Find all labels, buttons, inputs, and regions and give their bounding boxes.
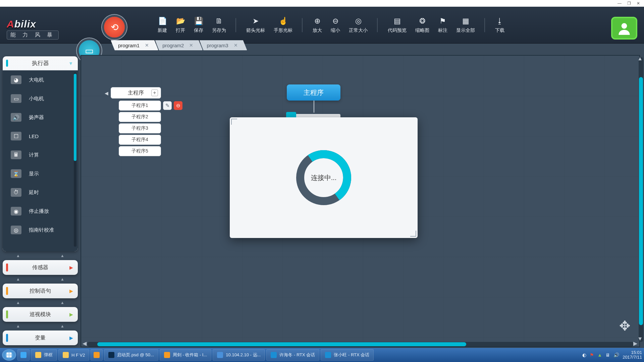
taskbar-item[interactable]: 启动页.psd @ 50...: [104, 349, 158, 361]
taskbar-clock[interactable]: 15:01 2017/7/11: [623, 350, 642, 360]
canvas-main-block[interactable]: 主程序: [287, 84, 340, 101]
tray-volume-icon[interactable]: 🔊: [613, 352, 619, 358]
tab-close-icon[interactable]: ✕: [189, 43, 193, 48]
pan-tool-icon[interactable]: ✥: [619, 318, 631, 334]
taskbar-item[interactable]: [17, 349, 30, 361]
taskbar-item-label: 启动页.psd @ 50...: [117, 352, 154, 358]
tray-icon[interactable]: ◐: [582, 352, 586, 358]
tree-collapse-icon[interactable]: ◀: [105, 90, 108, 96]
delete-sub-button[interactable]: ⊖: [174, 101, 182, 110]
code-preview-button[interactable]: ▤代码预览: [388, 17, 407, 34]
scroll-right-arrow[interactable]: ▶: [633, 340, 637, 347]
download-button[interactable]: ⭳下载: [495, 17, 504, 34]
block-label: 停止播放: [29, 208, 49, 215]
taskbar-item[interactable]: 10.104.2.10 - 远...: [213, 349, 265, 361]
tree-sub-item[interactable]: 子程序4: [119, 135, 161, 145]
category-sensor-header[interactable]: 传感器 ▶: [3, 260, 78, 275]
tray-icon[interactable]: ⚑: [590, 352, 594, 358]
new-button[interactable]: 📄新建: [158, 17, 167, 34]
show-all-button[interactable]: ▦显示全部: [456, 17, 475, 34]
taskbar-item[interactable]: 张小旺 - RTX 会话: [321, 349, 374, 361]
saveas-button[interactable]: 🗎另存为: [212, 17, 226, 34]
taskbar-item[interactable]: 周剑 - 收件箱 - I...: [160, 349, 212, 361]
taskbar-item[interactable]: H F V2: [58, 349, 89, 361]
top-toolbar: Abilix 能 力 风 暴 ⟲ ▭ 📄新建 📂打开 💾保存 🗎另存为 ➤箭头光…: [0, 7, 644, 44]
window-minimize-button[interactable]: —: [616, 1, 623, 6]
tree-sub-item[interactable]: 子程序5: [119, 146, 161, 156]
add-sub-button[interactable]: +: [151, 89, 158, 96]
tab-label: program2: [162, 43, 184, 48]
save-button[interactable]: 💾保存: [194, 17, 203, 34]
annotate-button[interactable]: ⚑标注: [438, 17, 447, 34]
zoom-out-button[interactable]: ⊖缩小: [331, 17, 340, 34]
tray-network-icon[interactable]: 🖥: [605, 352, 610, 358]
taskbar-item[interactable]: [91, 349, 103, 361]
block-item[interactable]: 🔊扬声器: [3, 108, 78, 127]
program-tree: ◀ 主程序 + 子程序1✎⊖子程序2子程序3子程序4子程序5: [111, 87, 182, 156]
arrow-cursor-icon: ➤: [251, 17, 260, 25]
block-item[interactable]: ⏱延时: [3, 183, 78, 202]
tab-close-icon[interactable]: ✕: [145, 43, 149, 48]
block-item[interactable]: 🖩计算: [3, 145, 78, 164]
sidebar-vscroll-thumb[interactable]: [74, 74, 76, 161]
window-maximize-button[interactable]: ❐: [625, 1, 633, 6]
category-variable-header[interactable]: 变量 ▶: [3, 330, 78, 345]
scroll-up-arrow[interactable]: ▲: [637, 56, 643, 62]
tree-sub-item[interactable]: 子程序3: [119, 123, 161, 133]
tray-icon[interactable]: ▲: [597, 352, 602, 358]
modal-text: 连接中...: [290, 144, 357, 211]
hand-cursor-button[interactable]: ☝手形光标: [274, 17, 292, 34]
tab-program3[interactable]: program3✕: [199, 40, 247, 50]
scroll-left-arrow[interactable]: ◀: [83, 340, 87, 347]
category-patrol-header[interactable]: 巡视模块 ▶: [3, 307, 78, 322]
taskbar-item-label: H F V2: [71, 353, 85, 358]
block-item[interactable]: ◎指南针校准: [3, 221, 78, 239]
user-avatar-button[interactable]: [611, 17, 637, 40]
tab-close-icon[interactable]: ✕: [234, 43, 238, 48]
tree-main-program[interactable]: 主程序 +: [111, 87, 161, 99]
tab-bar: program1✕program2✕program3✕: [114, 40, 247, 50]
category-control-header[interactable]: 控制语句 ▶: [3, 284, 78, 298]
tree-sub-row: 子程序1✎⊖: [119, 101, 182, 111]
block-item[interactable]: ▭小电机: [3, 89, 78, 108]
block-item[interactable]: ◕大电机: [3, 70, 78, 89]
block-icon: ⏱: [11, 188, 21, 197]
zoom-in-button[interactable]: ⊕放大: [313, 17, 322, 34]
canvas-hscrollbar[interactable]: [87, 342, 634, 347]
window-close-button[interactable]: ✕: [635, 1, 642, 6]
start-button[interactable]: [2, 349, 16, 361]
taskbar-item[interactable]: 弹框: [31, 349, 57, 361]
canvas-vscrollbar[interactable]: [639, 57, 643, 342]
category-actuator-header[interactable]: 执行器 ▼: [3, 56, 78, 70]
edit-sub-button[interactable]: ✎: [163, 101, 172, 110]
tree-sub-item[interactable]: 子程序2: [119, 112, 161, 122]
tab-program1[interactable]: program1✕: [111, 40, 158, 50]
thumbnail-button[interactable]: ❂缩略图: [415, 17, 429, 34]
chevron-right-icon: ▶: [69, 335, 73, 341]
arrow-cursor-button[interactable]: ➤箭头光标: [246, 17, 265, 34]
app-logo: Abilix 能 力 风 暴: [7, 18, 59, 40]
open-button[interactable]: 📂打开: [176, 17, 185, 34]
taskbar-app-icon: [217, 352, 223, 358]
block-item[interactable]: ◉停止播放: [3, 202, 78, 221]
loading-spinner: 连接中...: [290, 144, 357, 211]
hscroll-thumb[interactable]: [97, 342, 466, 346]
zoom-reset-button[interactable]: ◎正常大小: [349, 17, 368, 34]
vscroll-thumb[interactable]: [639, 77, 643, 325]
tree-sub-row: 子程序5: [119, 146, 182, 156]
scroll-down-arrow[interactable]: ▼: [637, 336, 643, 342]
block-label: 计算: [29, 152, 39, 158]
block-item[interactable]: ☐LED: [3, 127, 78, 145]
tree-sub-item[interactable]: 子程序1: [119, 101, 161, 111]
zoomin-label: 放大: [313, 27, 322, 34]
sidebar-vscrollbar[interactable]: [74, 72, 76, 247]
block-item[interactable]: ⌛显示: [3, 164, 78, 183]
category-variable-panel: 变量 ▶: [3, 330, 78, 345]
taskbar-item[interactable]: 许海冬 - RTX 会话: [266, 349, 319, 361]
tab-program2[interactable]: program2✕: [155, 40, 203, 50]
block-icon: 🔊: [11, 113, 21, 122]
tree-sub-row: 子程序2: [119, 112, 182, 122]
taskbar-item-label: 张小旺 - RTX 会话: [334, 352, 369, 358]
taskbar-app-icon: [108, 352, 114, 358]
connect-button[interactable]: ⟲: [104, 17, 125, 38]
